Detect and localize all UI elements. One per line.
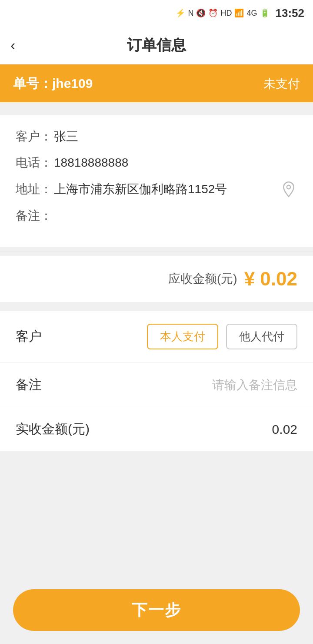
order-status: 未支付 (263, 76, 300, 92)
form-section: 客户 本人支付 他人代付 备注 请输入备注信息 实收金额(元) 0.02 (0, 311, 313, 452)
amount-value: ¥ 0.02 (244, 268, 297, 290)
customer-payment-label: 客户 (16, 328, 42, 345)
svg-point-0 (287, 185, 290, 189)
address-value: 上海市浦东新区伽利略路1152号 (54, 181, 227, 198)
bottom-btn-wrap: 下一步 (0, 580, 313, 644)
content-wrapper: 单号：jhe109 未支付 客户： 张三 电话： 18818888888 地址：… (0, 64, 313, 644)
actual-amount-value: 0.02 (272, 422, 297, 437)
status-time: 13:52 (276, 7, 305, 20)
amount-label: 应收金额(元) (168, 271, 237, 287)
alarm-icon: ⏰ (208, 8, 218, 18)
status-bar-icons: ⚡ N 🔇 ⏰ HD 📶 4G 🔋 (176, 8, 269, 18)
location-icon (280, 181, 297, 198)
address-row: 地址： 上海市浦东新区伽利略路1152号 (16, 181, 297, 198)
customer-row: 客户： 张三 (16, 128, 297, 145)
order-header-banner: 单号：jhe109 未支付 (0, 64, 313, 103)
payment-buttons: 本人支付 他人代付 (147, 324, 297, 349)
next-step-button[interactable]: 下一步 (13, 589, 300, 631)
phone-row: 电话： 18818888888 (16, 154, 297, 171)
self-pay-button[interactable]: 本人支付 (147, 324, 218, 349)
remark-label: 备注： (16, 208, 52, 224)
amount-row: 应收金额(元) ¥ 0.02 (0, 256, 313, 302)
remark-row: 备注： (16, 208, 297, 224)
actual-amount-row: 实收金额(元) 0.02 (0, 407, 313, 452)
page-title: 订单信息 (127, 35, 186, 55)
mute-icon: 🔇 (196, 8, 206, 18)
customer-label: 客户： (16, 128, 52, 145)
signal-icon: 4G (246, 9, 257, 18)
back-button[interactable]: ‹ (10, 37, 15, 54)
hd-badge: HD (220, 9, 232, 18)
divider-1 (0, 251, 313, 252)
gray-separator-1 (0, 302, 313, 311)
order-info-section: 客户： 张三 电话： 18818888888 地址： 上海市浦东新区伽利略路11… (0, 115, 313, 247)
phone-value: 18818888888 (54, 156, 128, 170)
order-number: 单号：jhe109 (13, 75, 93, 93)
remark-form-row[interactable]: 备注 请输入备注信息 (0, 363, 313, 407)
address-left: 地址： 上海市浦东新区伽利略路1152号 (16, 181, 227, 198)
address-label: 地址： (16, 181, 52, 198)
wifi-icon: 📶 (234, 8, 244, 18)
phone-label: 电话： (16, 154, 52, 171)
battery-icon: 🔋 (260, 8, 270, 18)
network-icon: N (188, 9, 193, 18)
remark-form-placeholder: 请输入备注信息 (212, 377, 297, 393)
customer-value: 张三 (54, 128, 78, 145)
actual-amount-label: 实收金额(元) (16, 420, 90, 438)
remark-form-label: 备注 (16, 376, 42, 394)
nav-bar: ‹ 订单信息 (0, 26, 313, 64)
bluetooth-icon: ⚡ (176, 8, 185, 18)
other-pay-button[interactable]: 他人代付 (226, 324, 297, 349)
customer-payment-row: 客户 本人支付 他人代付 (0, 311, 313, 363)
status-bar: ⚡ N 🔇 ⏰ HD 📶 4G 🔋 13:52 (0, 0, 313, 26)
